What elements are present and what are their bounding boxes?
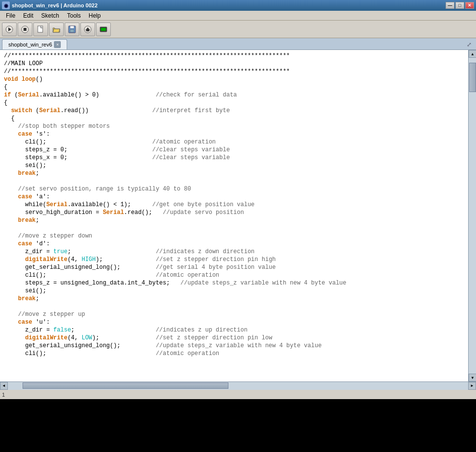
scroll-track[interactable] (469, 58, 476, 374)
stop-button[interactable] (18, 23, 32, 36)
scroll-left-button[interactable]: ◄ (0, 382, 8, 390)
title-text: shopbot_win_rev6 | Arduino 0022 (12, 2, 446, 8)
code-line: //move z stepper down (4, 232, 464, 240)
code-line: //MAIN LOOP (4, 60, 464, 68)
code-line: case 'u': (4, 318, 464, 326)
code-line: steps_x = 0; //clear steps variable (4, 154, 464, 162)
tabbar: shopbot_win_rev6 × ⤢ (0, 38, 476, 50)
tab-shopbot[interactable]: shopbot_win_rev6 × (2, 39, 67, 49)
titlebar: ◉ shopbot_win_rev6 | Arduino 0022 — □ ✕ (0, 0, 476, 11)
bottom-area (0, 399, 476, 452)
code-line: break; (4, 169, 464, 177)
code-line: steps_z = 0; //clear steps variable (4, 146, 464, 154)
scroll-thumb[interactable] (469, 63, 476, 92)
svg-rect-10 (86, 30, 89, 31)
code-line: case 's': (4, 130, 464, 138)
expand-button[interactable]: ⤢ (464, 40, 474, 49)
scroll-right-button[interactable]: ► (468, 382, 476, 390)
code-line: break; (4, 295, 464, 303)
code-line: cli(); //atomic operation (4, 138, 464, 146)
menu-help[interactable]: Help (85, 11, 105, 20)
vertical-scrollbar[interactable]: ▲ ▼ (468, 50, 476, 381)
code-line: while(Serial.available() < 1); //get one… (4, 201, 464, 209)
code-line: break; (4, 216, 464, 224)
code-line: { (4, 99, 464, 107)
svg-rect-4 (38, 26, 43, 32)
code-line: case 'd': (4, 240, 464, 248)
menu-edit[interactable]: Edit (19, 11, 37, 20)
scroll-up-button[interactable]: ▲ (469, 50, 476, 58)
code-line: servo_high_duration = Serial.read(); //u… (4, 209, 464, 216)
code-line: digitalWrite(4, HIGH); //set z stepper d… (4, 256, 464, 263)
open-button[interactable] (49, 23, 64, 36)
code-line: { (4, 115, 464, 122)
code-line: get_serial_unsigned_long(); //update ste… (4, 342, 464, 350)
code-line: switch (Serial.read()) //interpret first… (4, 107, 464, 115)
new-button[interactable] (33, 23, 48, 36)
code-line: steps_z = unsigned_long_data.int_4_bytes… (4, 279, 464, 287)
code-line: void loop() (4, 75, 464, 83)
svg-rect-3 (24, 28, 26, 31)
menu-tools[interactable]: Tools (63, 11, 85, 20)
status-text: 1 (2, 392, 5, 398)
hscroll-thumb[interactable] (23, 382, 228, 389)
minimize-button[interactable]: — (446, 2, 454, 9)
code-editor[interactable]: //**************************************… (0, 50, 468, 381)
save-button[interactable] (65, 23, 79, 36)
code-line: //move z stepper up (4, 310, 464, 318)
horizontal-scrollbar[interactable]: ◄ ► (0, 381, 476, 389)
hscroll-track[interactable] (8, 382, 468, 390)
svg-rect-7 (70, 29, 74, 32)
code-line: //**************************************… (4, 52, 464, 60)
run-button[interactable] (2, 23, 17, 36)
code-line: cli(); //atomic operation (4, 350, 464, 357)
code-line: z_dir = true; //indicates z down directi… (4, 248, 464, 256)
code-line (4, 177, 464, 185)
toolbar (0, 21, 476, 38)
code-line: if (Serial.available() > 0) //check for … (4, 91, 464, 99)
scroll-down-button[interactable]: ▼ (469, 374, 476, 381)
menubar: File Edit Sketch Tools Help (0, 11, 476, 21)
code-line (4, 224, 464, 232)
tab-close-button[interactable]: × (54, 41, 61, 48)
code-line: //**************************************… (4, 68, 464, 75)
menu-sketch[interactable]: Sketch (37, 11, 63, 20)
svg-rect-6 (70, 26, 74, 28)
window-controls: — □ ✕ (446, 2, 474, 9)
code-line: { (4, 83, 464, 91)
maximize-button[interactable]: □ (455, 2, 464, 9)
menu-file[interactable]: File (2, 11, 19, 20)
serial-monitor-button[interactable] (96, 23, 111, 36)
code-line: digitalWrite(4, LOW); //set z stepper di… (4, 334, 464, 342)
code-line: z_dir = false; //indicates z up directio… (4, 326, 464, 334)
code-line: //set servo position, range is typically… (4, 185, 464, 193)
svg-rect-12 (101, 28, 106, 31)
statusbar: 1 (0, 389, 476, 399)
code-line: get_serial_unsigned_long(); //get serial… (4, 263, 464, 271)
code-line: //stop both stepper motors (4, 122, 464, 130)
code-line: case 'a': (4, 193, 464, 201)
upload-button[interactable] (80, 23, 95, 36)
code-line: sei(); (4, 162, 464, 169)
editor-container: //**************************************… (0, 50, 476, 381)
code-line: cli(); //atomic operation (4, 271, 464, 279)
code-line: sei(); (4, 287, 464, 295)
code-line (4, 303, 464, 310)
close-button[interactable]: ✕ (465, 2, 474, 9)
tab-label: shopbot_win_rev6 (8, 42, 52, 48)
app-icon: ◉ (2, 1, 10, 9)
tabbar-right: ⤢ (464, 40, 474, 49)
